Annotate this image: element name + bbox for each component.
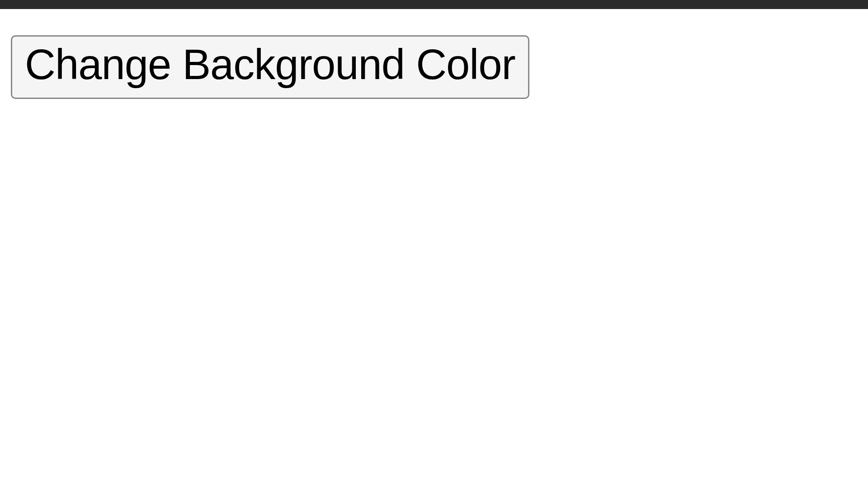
change-background-color-button[interactable]: Change Background Color <box>11 35 529 99</box>
browser-chrome-bar <box>0 0 868 9</box>
page-content: Change Background Color <box>0 9 868 125</box>
